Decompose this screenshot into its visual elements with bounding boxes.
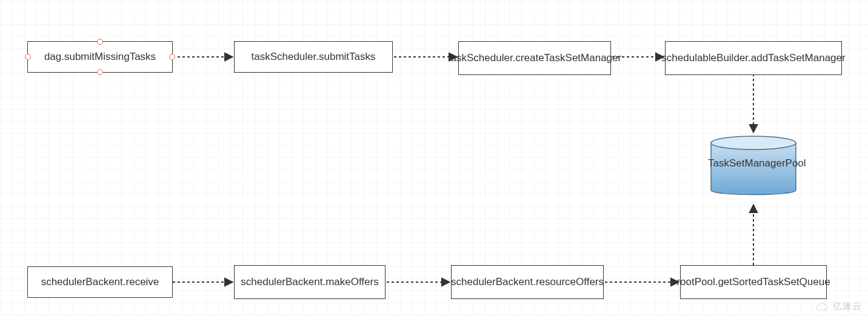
node-label: schedulerBackent.receive xyxy=(41,275,159,288)
node-dag-submit-missing-tasks[interactable]: dag.submitMissingTasks xyxy=(27,41,173,73)
node-taskset-manager-pool[interactable]: TaskSetManagerPool xyxy=(708,133,799,200)
node-task-scheduler-submit-tasks[interactable]: taskScheduler.submitTasks xyxy=(234,41,393,73)
node-scheduler-backend-receive[interactable]: schedulerBackent.receive xyxy=(27,266,173,298)
cylinder-label: TaskSetManagerPool xyxy=(708,157,799,170)
node-root-pool-get-sorted-taskset-queue[interactable]: rootPool.getSortedTaskSetQueue xyxy=(680,265,827,299)
watermark-text: 亿速云 xyxy=(833,301,862,312)
selection-handle-right[interactable] xyxy=(169,54,175,60)
node-label: dag.submitMissingTasks xyxy=(44,50,156,63)
watermark: 亿速云 xyxy=(815,301,862,312)
node-label: schedulerBackent.resourceOffers xyxy=(451,275,604,288)
node-label: schedulerBackent.makeOffers xyxy=(241,275,378,288)
diagram-canvas: dag.submitMissingTasks taskScheduler.sub… xyxy=(0,0,868,316)
selection-handle-left[interactable] xyxy=(25,54,31,60)
node-label: schedulableBuilder.addTaskSetManager xyxy=(661,51,845,64)
node-label: taskScheduler.createTaskSetManager xyxy=(448,51,621,64)
cloud-icon xyxy=(815,301,830,312)
node-scheduler-backend-make-offers[interactable]: schedulerBackent.makeOffers xyxy=(234,265,386,299)
svg-point-0 xyxy=(711,136,796,150)
node-schedulable-builder-add-taskset-manager[interactable]: schedulableBuilder.addTaskSetManager xyxy=(665,41,842,75)
selection-handle-bottom[interactable] xyxy=(97,69,103,75)
node-scheduler-backend-resource-offers[interactable]: schedulerBackent.resourceOffers xyxy=(451,265,604,299)
selection-handle-top[interactable] xyxy=(97,39,103,45)
node-label: taskScheduler.submitTasks xyxy=(251,50,375,63)
node-label: rootPool.getSortedTaskSetQueue xyxy=(676,275,830,288)
node-task-scheduler-create-taskset-manager[interactable]: taskScheduler.createTaskSetManager xyxy=(458,41,611,75)
